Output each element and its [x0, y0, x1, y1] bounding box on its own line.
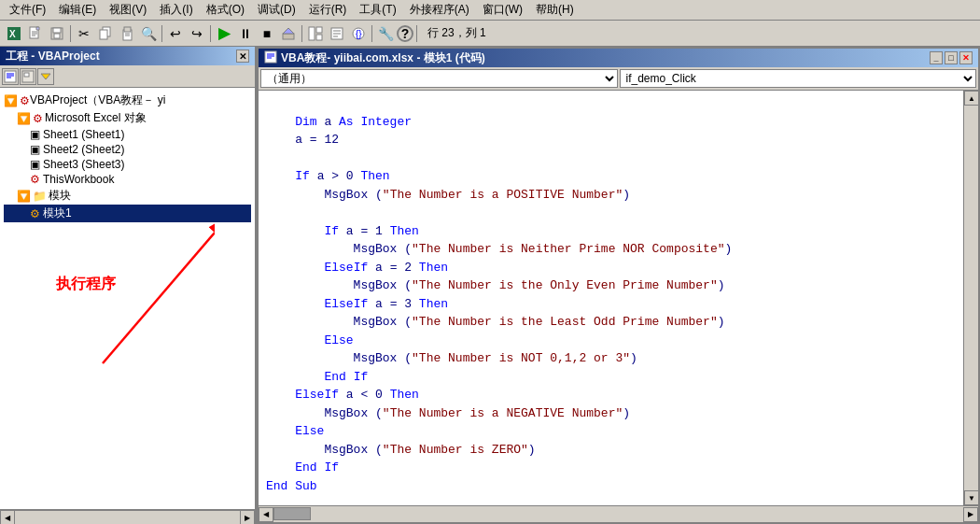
copy-btn[interactable] — [95, 23, 116, 44]
sep6 — [416, 25, 417, 42]
hscroll-track[interactable] — [273, 507, 963, 522]
tree-excel-objects[interactable]: 🔽 ⚙ Microsoft Excel 对象 — [4, 109, 251, 127]
hscroll-left-btn[interactable]: ◀ — [259, 507, 273, 522]
panel-toolbar — [0, 65, 255, 88]
code-bottom-bar: ◀ ▶ — [259, 505, 978, 522]
procedure-selector[interactable]: if_demo_Click — [620, 69, 977, 88]
menu-insert[interactable]: 插入(I) — [154, 0, 198, 20]
help-btn[interactable]: ? — [397, 25, 413, 42]
object-selector[interactable]: （通用） — [260, 69, 618, 88]
annotation-text: 执行程序 — [56, 275, 116, 294]
save-btn[interactable] — [47, 23, 67, 44]
sep5 — [371, 25, 372, 42]
code-editor[interactable]: Dim a As Integer a = 12 If a > 0 Then Ms… — [259, 91, 963, 505]
main-layout: 工程 - VBAProject ✕ 🔽 ⚙ VBAProject（VBA教程－ … — [0, 47, 980, 524]
svg-rect-31 — [24, 73, 29, 77]
tree-excel-label: Microsoft Excel 对象 — [45, 110, 147, 126]
svg-text:{}: {} — [356, 29, 362, 39]
cut-btn[interactable]: ✂ — [74, 23, 94, 44]
menu-run[interactable]: 运行(R) — [303, 0, 353, 20]
tree-sheet2-label: Sheet2 (Sheet2) — [43, 143, 124, 156]
tree-sheet1-label: Sheet1 (Sheet1) — [43, 128, 124, 141]
menu-edit[interactable]: 编辑(E) — [53, 0, 102, 20]
menu-tools[interactable]: 工具(T) — [354, 0, 401, 20]
code-window: VBA教程- yiibai.com.xlsx - 模块1 (代码) _ □ ✕ … — [257, 47, 980, 524]
restore-btn[interactable]: □ — [945, 51, 958, 64]
sep4 — [301, 25, 302, 42]
tree-thisworkbook[interactable]: ⚙ ThisWorkbook — [4, 172, 251, 187]
svg-rect-19 — [316, 35, 322, 40]
scroll-up-btn[interactable]: ▲ — [964, 91, 978, 106]
svg-rect-10 — [100, 30, 107, 39]
project-explorer-btn[interactable] — [305, 23, 326, 44]
sep2 — [161, 25, 162, 42]
panel-hscroll[interactable]: ◀ ▶ — [0, 509, 255, 524]
paste-btn[interactable] — [117, 23, 137, 44]
close-btn[interactable]: ✕ — [959, 51, 973, 64]
menu-debug[interactable]: 调试(D) — [252, 0, 301, 20]
h-scrollbar[interactable]: ◀ ▶ — [259, 507, 978, 522]
svg-rect-26 — [5, 71, 16, 82]
scrollbar-track[interactable] — [964, 106, 978, 490]
svg-rect-7 — [53, 28, 61, 33]
project-tree[interactable]: 🔽 ⚙ VBAProject（VBA教程－ yi 🔽 ⚙ Microsoft E… — [0, 88, 255, 509]
tree-sheet3-label: Sheet3 (Sheet3) — [43, 158, 124, 171]
svg-marker-32 — [41, 74, 50, 79]
code-window-title: VBA教程- yiibai.com.xlsx - 模块1 (代码) — [281, 50, 485, 66]
tree-module1[interactable]: ⚙ 模块1 — [4, 205, 251, 222]
sep3 — [210, 25, 211, 42]
redo-btn[interactable]: ↪ — [187, 23, 207, 44]
menu-view[interactable]: 视图(V) — [104, 0, 152, 20]
tree-root-label: VBAProject（VBA教程－ yi — [30, 92, 165, 108]
stop-btn[interactable]: ■ — [257, 23, 277, 44]
menu-window[interactable]: 窗口(W) — [477, 0, 528, 20]
code-titlebar-btns: _ □ ✕ — [930, 51, 973, 64]
menu-bar: 文件(F) 编辑(E) 视图(V) 插入(I) 格式(O) 调试(D) 运行(R… — [0, 0, 980, 21]
new-btn[interactable] — [25, 23, 46, 44]
menu-format[interactable]: 格式(O) — [201, 0, 250, 20]
tree-sheet3[interactable]: ▣ Sheet3 (Sheet3) — [4, 157, 251, 172]
svg-rect-8 — [54, 34, 60, 38]
project-panel-title: 工程 - VBAProject — [6, 49, 100, 64]
tree-root[interactable]: 🔽 ⚙ VBAProject（VBA教程－ yi — [4, 92, 251, 109]
panel-view-code-btn[interactable] — [2, 68, 19, 85]
svg-rect-12 — [124, 27, 131, 32]
object-browser-btn[interactable]: {} — [348, 23, 369, 44]
excel-icon-btn[interactable]: X — [4, 23, 24, 44]
project-panel: 工程 - VBAProject ✕ 🔽 ⚙ VBAProject（VBA教程－ … — [0, 47, 257, 524]
tree-modules-label: 模块 — [49, 188, 71, 204]
vertical-scrollbar[interactable]: ▲ ▼ — [963, 91, 978, 505]
menu-help[interactable]: 帮助(H) — [530, 0, 580, 20]
svg-line-33 — [103, 233, 215, 363]
undo-btn[interactable]: ↩ — [165, 23, 186, 44]
sep1 — [70, 25, 71, 42]
toolbox-btn[interactable]: 🔧 — [375, 23, 396, 44]
project-panel-close[interactable]: ✕ — [236, 50, 249, 63]
properties-btn[interactable] — [327, 23, 347, 44]
toolbar: X ✂ 🔍 ↩ ↪ ▶ ⏸ ■ {} 🔧 ? 行 23，列 1 — [0, 21, 980, 47]
panel-view-designer-btn[interactable] — [20, 68, 36, 85]
panel-toggle-folders-btn[interactable] — [37, 68, 54, 85]
panel-scroll-left[interactable]: ◀ — [0, 510, 15, 524]
scroll-down-btn[interactable]: ▼ — [964, 490, 978, 505]
tree-modules[interactable]: 🔽 📁 模块 — [4, 187, 251, 205]
tree-module1-label: 模块1 — [43, 205, 72, 221]
pause-btn[interactable]: ⏸ — [235, 23, 256, 44]
svg-rect-35 — [265, 51, 276, 63]
menu-addins[interactable]: 外接程序(A) — [404, 0, 475, 20]
hscroll-thumb[interactable] — [273, 507, 311, 520]
find-btn[interactable]: 🔍 — [138, 23, 159, 44]
tree-sheet2[interactable]: ▣ Sheet2 (Sheet2) — [4, 142, 251, 157]
code-titlebar: VBA教程- yiibai.com.xlsx - 模块1 (代码) _ □ ✕ — [259, 49, 978, 67]
tree-thisworkbook-label: ThisWorkbook — [43, 173, 114, 186]
menu-file[interactable]: 文件(F) — [4, 0, 51, 20]
panel-scroll-right[interactable]: ▶ — [240, 510, 255, 524]
minimize-btn[interactable]: _ — [930, 51, 943, 64]
svg-rect-17 — [309, 27, 315, 40]
design-mode-btn[interactable] — [278, 23, 299, 44]
run-btn[interactable]: ▶ — [214, 23, 234, 44]
tree-sheet1[interactable]: ▣ Sheet1 (Sheet1) — [4, 127, 251, 142]
svg-rect-15 — [283, 34, 294, 39]
hscroll-right-btn[interactable]: ▶ — [963, 507, 978, 522]
cursor-position: 行 23，列 1 — [420, 25, 494, 41]
